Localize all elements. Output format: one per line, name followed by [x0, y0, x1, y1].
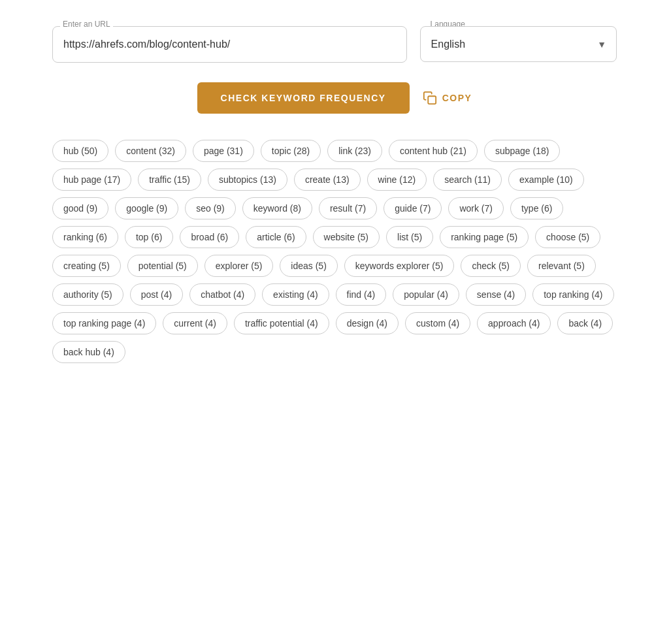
tag-item: article (6) [246, 226, 306, 248]
tag-item: create (13) [294, 169, 361, 191]
tag-item: wine (12) [367, 169, 427, 191]
tag-item: traffic potential (4) [234, 312, 329, 334]
tag-item: check (5) [461, 255, 521, 277]
tag-item: traffic (15) [138, 169, 201, 191]
tag-item: popular (4) [393, 283, 459, 306]
tag-item: post (4) [130, 283, 183, 306]
tag-item: ideas (5) [280, 255, 337, 277]
tag-item: type (6) [510, 197, 563, 219]
tag-item: content (32) [115, 140, 186, 162]
inputs-row: Enter an URL Language English Spanish Fr… [52, 26, 617, 63]
tag-item: top (6) [125, 226, 173, 248]
tag-item: top ranking (4) [532, 283, 613, 306]
tag-item: approach (4) [477, 312, 551, 334]
actions-row: CHECK KEYWORD FREQUENCY COPY [197, 82, 472, 114]
language-select-wrapper: English Spanish French German Italian Po… [420, 26, 617, 62]
tag-item: seo (9) [185, 197, 236, 219]
tag-item: topic (28) [261, 140, 321, 162]
tag-item: website (5) [313, 226, 380, 248]
tag-item: ranking page (5) [440, 226, 529, 248]
copy-button[interactable]: COPY [423, 91, 472, 105]
tag-item: subpage (18) [484, 140, 561, 162]
tag-item: back hub (4) [52, 341, 125, 363]
tag-item: ranking (6) [52, 226, 118, 248]
tag-item: google (9) [115, 197, 178, 219]
tag-item: design (4) [336, 312, 399, 334]
tag-item: authority (5) [52, 283, 123, 306]
url-label: Enter an URL [60, 20, 113, 29]
tag-item: example (10) [508, 169, 584, 191]
tag-item: page (31) [193, 140, 254, 162]
language-input-group: Language English Spanish French German I… [420, 26, 617, 63]
tag-item: search (11) [433, 169, 502, 191]
tag-item: creating (5) [52, 255, 121, 277]
tag-item: link (23) [327, 140, 382, 162]
tag-item: current (4) [163, 312, 227, 334]
tag-item: hub page (17) [52, 169, 131, 191]
tag-item: relevant (5) [527, 255, 596, 277]
tag-item: potential (5) [127, 255, 198, 277]
svg-rect-0 [428, 96, 436, 104]
tag-item: chatbot (4) [189, 283, 255, 306]
tag-item: content hub (21) [389, 140, 478, 162]
url-input-group: Enter an URL [52, 26, 407, 63]
tag-item: list (5) [386, 226, 433, 248]
tags-container: hub (50)content (32)page (31)topic (28)l… [52, 140, 617, 363]
tag-item: work (7) [448, 197, 504, 219]
tag-item: keyword (8) [242, 197, 312, 219]
tag-item: sense (4) [466, 283, 526, 306]
tag-item: custom (4) [405, 312, 470, 334]
tag-item: hub (50) [52, 140, 108, 162]
tag-item: choose (5) [535, 226, 600, 248]
copy-label: COPY [442, 93, 472, 103]
tag-item: result (7) [319, 197, 377, 219]
tag-item: existing (4) [262, 283, 329, 306]
url-input[interactable] [52, 26, 407, 63]
tag-item: find (4) [336, 283, 387, 306]
copy-icon [423, 91, 437, 105]
tag-item: explorer (5) [204, 255, 274, 277]
tag-item: top ranking page (4) [52, 312, 156, 334]
language-select[interactable]: English Spanish French German Italian Po… [420, 26, 617, 62]
tag-item: subtopics (13) [208, 169, 287, 191]
tag-item: guide (7) [383, 197, 442, 219]
tag-item: back (4) [557, 312, 613, 334]
tag-item: broad (6) [180, 226, 239, 248]
tag-item: good (9) [52, 197, 108, 219]
check-keyword-button[interactable]: CHECK KEYWORD FREQUENCY [197, 82, 410, 114]
tag-item: keywords explorer (5) [344, 255, 455, 277]
